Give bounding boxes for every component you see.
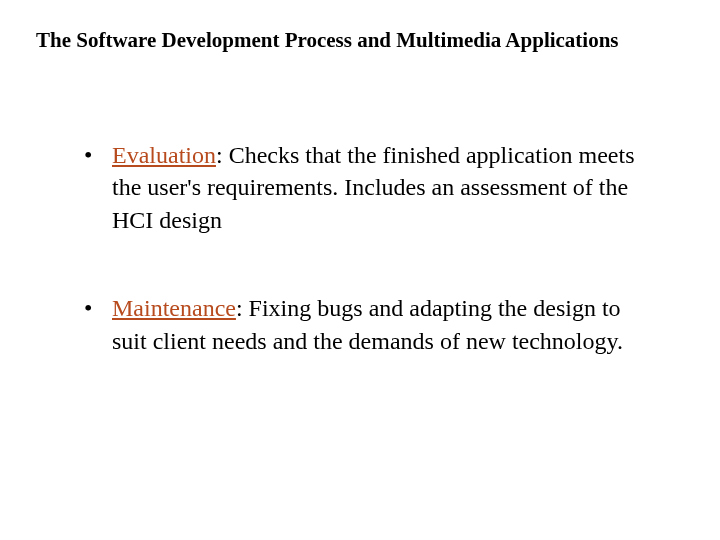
list-item: Maintenance: Fixing bugs and adapting th… — [84, 292, 684, 357]
bullet-term: Maintenance — [112, 295, 236, 321]
bullet-list: Evaluation: Checks that the finished app… — [36, 139, 684, 357]
slide-title: The Software Development Process and Mul… — [36, 28, 684, 53]
list-item: Evaluation: Checks that the finished app… — [84, 139, 684, 236]
bullet-term: Evaluation — [112, 142, 216, 168]
